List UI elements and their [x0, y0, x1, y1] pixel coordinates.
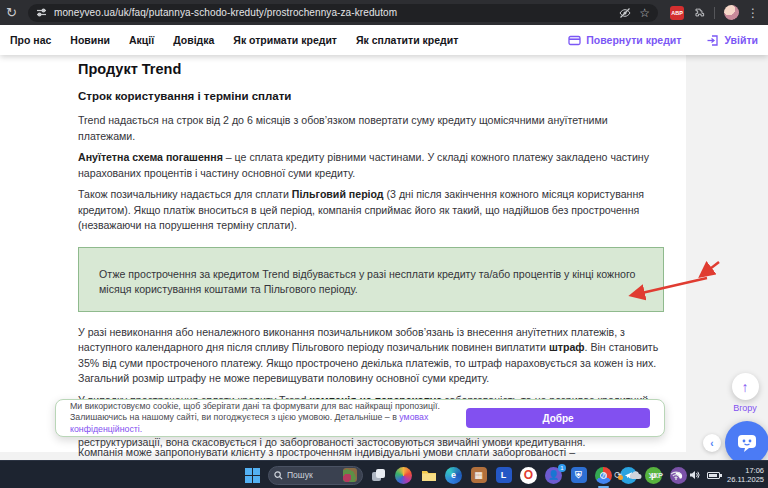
login-button[interactable]: Увійти [707, 34, 758, 46]
scroll-to-top-button[interactable]: ↑ [732, 373, 759, 400]
opera-browser-icon[interactable]: O [519, 466, 538, 485]
volume-icon[interactable] [689, 470, 700, 480]
edge-browser-icon[interactable]: e [444, 466, 463, 485]
people-app-icon[interactable]: 👤 1 [544, 466, 563, 485]
profile-avatar[interactable] [724, 5, 739, 20]
language-indicator[interactable]: УКР [649, 471, 663, 480]
system-tray: ∧ ⟳ УКР 17:06 26.11.2025 [601, 461, 764, 488]
return-credit-button[interactable]: Повернути кредит [568, 34, 681, 46]
store-app-icon[interactable]: ▦ [469, 466, 488, 485]
l-app-icon[interactable]: L [494, 466, 513, 485]
browser-menu-icon[interactable]: ⋮ [747, 6, 759, 20]
taskbar-search-box[interactable]: Пошук [268, 466, 363, 485]
search-placeholder: Пошук [287, 470, 343, 480]
toolbar-divider [714, 7, 715, 19]
shield-app-icon[interactable]: ⛨ [569, 466, 588, 485]
partially-hidden-text: реструктуризації, вона скасовується і до… [78, 436, 664, 448]
site-navigation: Про нас Новини Акції Довідка Як отримати… [0, 25, 768, 55]
browser-toolbar: ↻ moneyveo.ua/uk/faq/putannya-schodo-kre… [0, 0, 768, 25]
eye-blocked-icon[interactable] [619, 7, 631, 19]
cookie-accept-button[interactable]: Добре [466, 408, 650, 428]
cookie-banner-text: Ми використовуємо cookie, щоб зберігати … [70, 401, 460, 436]
wifi-icon[interactable] [670, 471, 682, 480]
taskbar-clock[interactable]: 17:06 26.11.2025 [727, 466, 764, 484]
screen: ↻ moneyveo.ua/uk/faq/putannya-schodo-kre… [0, 0, 768, 488]
highlight-note: Отже прострочення за кредитом Trend відб… [78, 247, 664, 312]
date-text: 26.11.2025 [727, 475, 764, 484]
task-view-icon[interactable] [369, 466, 388, 485]
paragraph-penalty: У разі невиконання або неналежного викон… [78, 325, 664, 387]
windows-taskbar: Пошук e ▦ [0, 460, 768, 488]
highlight-note-text: Отже прострочення за кредитом Trend відб… [99, 267, 643, 298]
credit-card-icon [568, 35, 581, 46]
address-bar[interactable]: moneyveo.ua/uk/faq/putannya-schodo-kredu… [28, 4, 658, 22]
nav-right-group: Повернути кредит Увійти [568, 34, 758, 46]
battery-icon[interactable] [707, 472, 720, 479]
adblock-extension-icon[interactable]: ABP [670, 6, 684, 20]
chat-widget-button[interactable] [725, 421, 768, 460]
photos-app-icon[interactable] [394, 466, 413, 485]
nav-item-how-to-get-credit[interactable]: Як отримати кредит [233, 34, 337, 46]
windows-logo-icon [245, 468, 260, 483]
page-body: Продукт Trend Строк користування і термі… [0, 55, 768, 460]
extensions-puzzle-icon[interactable] [693, 7, 705, 19]
nav-item-about[interactable]: Про нас [10, 34, 51, 46]
paragraph-term: Trend надається на строк від 2 до 6 міся… [78, 113, 664, 144]
search-highlight-image[interactable] [343, 468, 357, 482]
reload-icon[interactable]: ↻ [6, 5, 20, 20]
time-text: 17:06 [745, 466, 764, 475]
start-button[interactable] [243, 466, 262, 485]
site-settings-icon[interactable] [36, 7, 47, 18]
search-icon [274, 471, 283, 480]
nav-item-help[interactable]: Довідка [173, 34, 214, 46]
scroll-to-top-widget: ↑ Вгору [729, 373, 761, 413]
login-arrow-icon [707, 35, 719, 46]
article-card: Продукт Trend Строк користування і термі… [0, 55, 686, 452]
chat-bubble-icon [736, 433, 758, 453]
nav-item-news[interactable]: Новини [70, 34, 110, 46]
nav-item-how-to-pay-credit[interactable]: Як сплатити кредит [356, 34, 458, 46]
article-subtitle: Строк користування і терміни сплати [78, 90, 664, 102]
paragraph-grace-period: Також позичальнику надається для сплати … [78, 187, 664, 234]
url-text[interactable]: moneyveo.ua/uk/faq/putannya-schodo-kredu… [54, 7, 611, 18]
bookmark-star-icon[interactable]: ☆ [639, 6, 650, 20]
notification-badge: 1 [558, 464, 566, 472]
paragraph-annuity-scheme: Ануїтетна схема погашення – це сплата кр… [78, 150, 664, 181]
nav-item-promos[interactable]: Акції [129, 34, 154, 46]
file-explorer-icon[interactable] [419, 466, 438, 485]
scroll-to-top-label: Вгору [729, 403, 761, 413]
article-title: Продукт Trend [78, 61, 664, 77]
sync-icon[interactable]: ⟳ [614, 470, 622, 480]
chat-collapse-button[interactable]: ‹ [703, 434, 721, 452]
up-arrow-icon: ↑ [742, 379, 749, 395]
cookie-banner: Ми використовуємо cookie, щоб зберігати … [55, 399, 665, 437]
onedrive-cloud-icon[interactable] [629, 471, 642, 480]
tray-chevron-icon[interactable]: ∧ [601, 470, 608, 480]
